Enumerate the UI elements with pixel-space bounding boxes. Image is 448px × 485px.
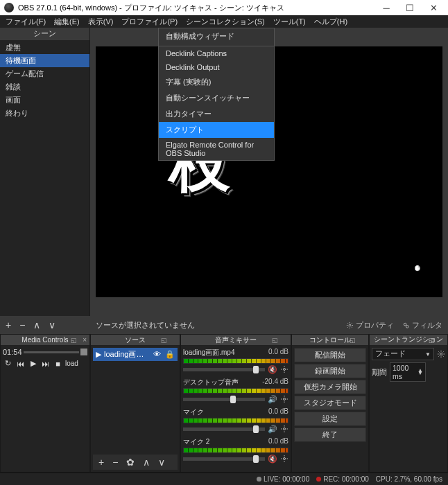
control-button[interactable]: 録画開始 [294,364,366,378]
volume-slider[interactable] [183,368,265,371]
scene-item[interactable]: 待機画面 [0,54,89,67]
close-button[interactable]: ✕ [422,0,445,15]
chevron-down-icon: ▼ [425,351,431,358]
dd-output-timer[interactable]: 出力タイマー [159,106,274,122]
media-seek-bar[interactable] [24,351,79,353]
window-titlebar: OBS 27.0.1 (64-bit, windows) - プロファイル: ツ… [0,0,448,15]
gear-icon[interactable] [280,455,288,463]
transition-select[interactable]: フェード ▼ [372,348,434,360]
spin-arrows-icon[interactable]: ▲▼ [417,369,423,375]
svg-point-3 [284,369,286,371]
next-icon[interactable]: ⏭ [40,358,51,369]
scene-up-button[interactable]: ∧ [31,319,43,330]
channel-name: マイク [183,407,204,417]
lock-icon[interactable]: 🔒 [165,350,175,359]
menu-help[interactable]: ヘルプ(H) [310,15,352,28]
sources-dock-header[interactable]: ソース ◱ [91,335,180,346]
media-time: 01:54 [3,348,22,356]
scene-down-button[interactable]: ∨ [46,319,58,330]
mixer-channel: マイク 20.0 dB 🔇 [183,437,288,464]
menu-scenes[interactable]: シーンコレクション(S) [182,15,269,28]
dock-popout-icon[interactable]: ◱ [161,337,167,344]
channel-name: マイク 2 [183,437,209,447]
dd-elgato[interactable]: Elgato Remote Control for OBS Studio [159,138,274,160]
play-icon[interactable]: ▶ [28,358,38,369]
control-button[interactable]: 設定 [294,412,366,426]
filters-button[interactable]: フィルタ [402,320,442,330]
dd-decklink-out[interactable]: Decklink Output [159,60,274,74]
menu-file[interactable]: ファイル(F) [1,15,50,28]
controls-dock-title: コントロール [309,335,351,345]
properties-button[interactable]: プロパティ [346,320,394,330]
controls-dock-header[interactable]: コントロール ◱ [292,335,368,346]
gear-icon[interactable] [437,350,445,358]
dock-popout-icon[interactable]: ◱ [350,337,356,344]
duration-label: 期間 [372,367,387,378]
source-up-button[interactable]: ∧ [140,457,153,468]
media-dock-header[interactable]: Media Controls ◱ × [1,335,89,346]
control-button[interactable]: 終了 [294,427,366,442]
remove-source-button[interactable]: − [110,457,121,468]
scenes-panel: シーン 虚無 待機画面 ゲーム配信 雑談 画面 終わり [0,28,90,316]
transitions-dock-header[interactable]: シーントランジション ◱ [370,335,447,346]
gear-icon[interactable] [280,395,288,403]
dock-popout-icon[interactable]: ◱ [272,337,278,344]
control-button[interactable]: スタジオモード [294,396,366,410]
mixer-channel: loading画面.mp40.0 dB 🔇 [183,348,288,374]
dock-popout-icon[interactable]: ◱ [71,337,77,344]
loading-spinner-icon [408,263,427,282]
stop-icon[interactable]: ■ [53,358,63,369]
svg-point-4 [284,398,286,400]
scene-item[interactable]: 終わり [0,107,89,120]
maximize-button[interactable]: ☐ [398,0,422,15]
scene-item[interactable]: 雑談 [0,80,89,94]
mute-button[interactable]: 🔊 [268,424,277,434]
svg-point-2 [406,325,409,328]
source-down-button[interactable]: ∨ [155,457,168,468]
control-button[interactable]: 仮想カメラ開始 [294,380,366,394]
volume-slider[interactable] [183,457,265,461]
scenes-header-label: シーン [33,29,56,39]
mute-button[interactable]: 🔊 [268,394,277,404]
dd-captions[interactable]: 字幕 (実験的) [159,74,274,90]
sources-infobar: ソースが選択されていません プロパティ フィルタ [90,316,448,334]
sources-dock-title: ソース [125,335,146,345]
prev-icon[interactable]: ⏮ [15,358,26,369]
scene-item[interactable]: ゲーム配信 [0,67,89,80]
mixer-dock-header[interactable]: 音声ミキサー ◱ [181,335,291,346]
gear-icon[interactable] [280,365,288,373]
menu-edit[interactable]: 編集(E) [50,15,84,28]
source-settings-button[interactable]: ✿ [123,457,137,468]
channel-db: -20.4 dB [262,378,288,387]
dock-popout-icon[interactable]: ◱ [429,337,435,344]
add-scene-button[interactable]: + [3,319,14,330]
source-item[interactable]: ▶ loading画面.mp4 👁 🔒 [93,348,178,361]
menu-profile[interactable]: プロファイル(P) [117,15,182,28]
dock-close-icon[interactable]: × [83,336,87,344]
add-source-button[interactable]: + [96,457,107,468]
remove-scene-button[interactable]: − [17,319,28,330]
mute-button[interactable]: 🔇 [268,454,277,464]
mute-button[interactable]: 🔇 [268,364,277,374]
scene-item[interactable]: 画面 [0,94,89,107]
duration-spinbox[interactable]: 1000 ms ▲▼ [390,362,426,382]
volume-slider[interactable] [183,427,265,431]
scene-item[interactable]: 虚無 [0,41,89,54]
dd-scene-switch[interactable]: 自動シーンスイッチャー [159,90,274,106]
menu-tools[interactable]: ツール(T) [269,15,310,28]
eye-icon[interactable]: 👁 [153,350,161,359]
volume-slider[interactable] [183,398,265,401]
vu-meter [183,358,288,364]
mixer-dock-title: 音声ミキサー [215,335,257,345]
menu-view[interactable]: 表示(V) [84,15,118,28]
vu-meter [183,388,288,394]
dd-auto-config[interactable]: 自動構成ウィザード [159,28,274,44]
control-button[interactable]: 配信開始 [294,348,366,362]
svg-point-7 [440,353,442,355]
minimize-button[interactable]: ─ [374,0,398,15]
gear-icon[interactable] [280,425,288,433]
mixer-channel: マイク0.0 dB 🔊 [183,407,288,434]
dd-scripts[interactable]: スクリプト [159,122,274,138]
dd-decklink-cap[interactable]: Decklink Captions [159,46,274,60]
restart-icon[interactable]: ↻ [3,358,13,369]
